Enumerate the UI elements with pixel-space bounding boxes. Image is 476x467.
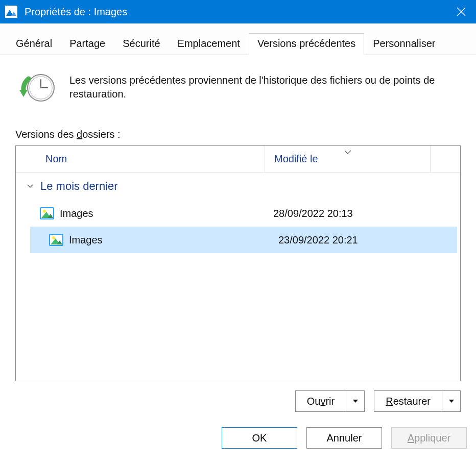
window-title: Propriétés de : Images — [25, 6, 127, 18]
versions-listbox: Nom Modifié le Le mois dernier — [15, 145, 461, 381]
list-item[interactable]: Images 28/09/2022 20:13 — [21, 200, 455, 227]
svg-marker-9 — [19, 90, 28, 97]
item-name: Images — [69, 234, 278, 246]
apply-button: Appliquer — [391, 427, 467, 449]
ok-button[interactable]: OK — [222, 427, 297, 449]
open-button-label: Ouvrir — [296, 391, 346, 411]
group-label: Le mois dernier — [40, 180, 118, 193]
item-name: Images — [60, 208, 273, 219]
cancel-button[interactable]: Annuler — [306, 427, 382, 449]
tab-general[interactable]: Général — [7, 33, 61, 55]
pictures-folder-icon — [49, 232, 64, 248]
svg-point-17 — [52, 236, 55, 239]
tab-security[interactable]: Sécurité — [114, 33, 169, 55]
svg-rect-0 — [5, 6, 17, 18]
section-label: Versions des dossiers : — [15, 129, 461, 140]
tab-content: Les versions précédentes proviennent de … — [0, 55, 476, 381]
list-item[interactable]: Images 23/09/2022 20:21 — [30, 227, 457, 253]
description-text: Les versions précédentes proviennent de … — [69, 72, 457, 101]
titlebar: Propriétés de : Images — [0, 0, 476, 23]
section-label-underline: d — [77, 129, 82, 140]
tab-location[interactable]: Emplacement — [169, 33, 249, 55]
tab-sharing[interactable]: Partage — [61, 33, 114, 55]
section-label-post: ossiers : — [82, 129, 120, 140]
tab-customize[interactable]: Personnaliser — [364, 33, 444, 55]
tabstrip: Général Partage Sécurité Emplacement Ver… — [0, 23, 476, 55]
column-modified[interactable]: Modifié le — [265, 146, 431, 173]
close-button[interactable] — [446, 0, 476, 23]
column-name-label: Nom — [45, 153, 67, 165]
restore-clock-icon — [19, 72, 55, 105]
group-last-month[interactable]: Le mois dernier — [16, 173, 460, 200]
restore-dropdown[interactable] — [442, 391, 460, 411]
restore-button[interactable]: Restaurer — [374, 390, 461, 412]
column-modified-label: Modifié le — [274, 153, 318, 165]
svg-marker-20 — [353, 400, 358, 403]
chevron-down-icon — [26, 183, 34, 189]
open-dropdown[interactable] — [346, 391, 364, 411]
pictures-folder-icon — [39, 206, 55, 221]
description-row: Les versions précédentes proviennent de … — [19, 72, 457, 105]
open-button[interactable]: Ouvrir — [295, 390, 365, 412]
actions-row: Ouvrir Restaurer — [0, 381, 476, 412]
restore-button-label: Restaurer — [374, 391, 442, 411]
section-label-pre: Versions des — [15, 129, 77, 140]
app-icon — [5, 6, 17, 18]
svg-point-12 — [43, 210, 46, 213]
sort-chevron-down-icon — [344, 145, 352, 157]
svg-marker-21 — [449, 400, 454, 403]
tab-previous-versions[interactable]: Versions précédentes — [249, 33, 364, 55]
item-modified: 23/09/2022 20:21 — [278, 234, 358, 246]
list-header: Nom Modifié le — [16, 146, 460, 173]
column-name[interactable]: Nom — [16, 146, 265, 173]
dialog-footer: OK Annuler Appliquer — [0, 415, 476, 458]
column-spacer — [431, 146, 460, 173]
item-modified: 28/09/2022 20:13 — [273, 208, 353, 219]
